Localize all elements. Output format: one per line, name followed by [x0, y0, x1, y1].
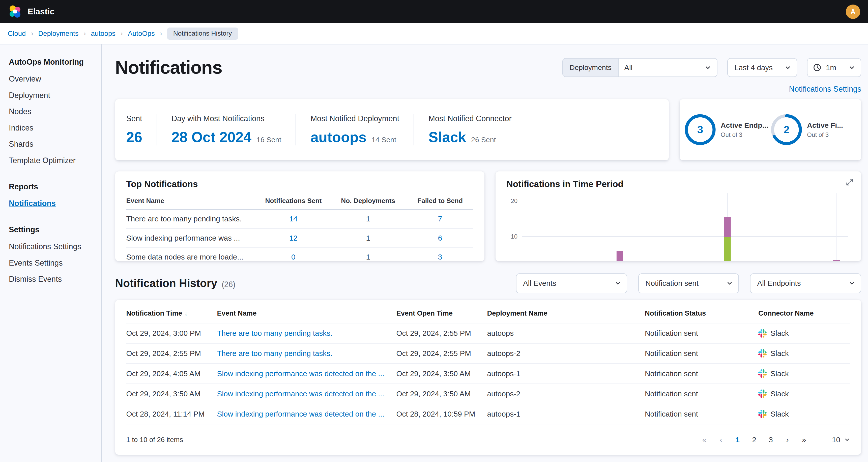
clock-icon [813, 63, 822, 72]
notification-time-cell: Oct 29, 2024, 3:00 PM [126, 323, 217, 343]
sidebar-item-dismiss-events[interactable]: Dismiss Events [9, 275, 96, 284]
sidebar: AutoOps Monitoring Overview Deployment N… [0, 45, 102, 462]
sidebar-item-nodes[interactable]: Nodes [9, 107, 96, 116]
history-title-text: Notification History [115, 277, 217, 290]
column-header-notification-time[interactable]: Notification Time↓ [126, 303, 217, 323]
failed-to-send-link[interactable]: 7 [438, 214, 442, 223]
elastic-logo-icon [8, 4, 22, 19]
first-page-button[interactable]: « [698, 432, 711, 447]
slack-icon [758, 410, 767, 418]
event-open-time-cell: Oct 29, 2024, 3:50 AM [396, 384, 487, 404]
events-filter-value: All Events [523, 279, 556, 288]
active-endpoints-ring: 3 Active Endp... Out of 3 [684, 114, 770, 146]
y-axis-tick: 10 [503, 233, 518, 240]
event-open-time-cell: Oct 29, 2024, 2:55 PM [396, 323, 487, 343]
connector-name-cell: Slack [770, 349, 788, 358]
deployment-name-cell: autoops-2 [487, 343, 645, 364]
event-name-link[interactable]: Slow indexing performance was detected o… [217, 389, 384, 398]
stat-value: 28 Oct 2024 [172, 129, 251, 145]
notification-status-cell: Notification sent [645, 384, 758, 404]
column-header-event-open-time: Event Open Time [396, 303, 487, 323]
deployment-name-cell: autoops [487, 323, 645, 343]
table-row: Slow indexing performance was ... 12 1 6 [126, 229, 473, 248]
event-name-link[interactable]: There are too many pending tasks. [217, 329, 332, 337]
page-title: Notifications [115, 55, 563, 80]
notifications-sent-link[interactable]: 12 [289, 234, 298, 242]
previous-page-button[interactable]: ‹ [714, 432, 728, 447]
column-header-notification-status: Notification Status [645, 303, 758, 323]
sidebar-item-indices[interactable]: Indices [9, 123, 96, 133]
page-button-2[interactable]: 2 [747, 432, 761, 447]
ring-label: Active Endp... [721, 121, 768, 129]
sidebar-item-notifications[interactable]: Notifications [9, 199, 96, 208]
event-name-link[interactable]: Slow indexing performance was detected o… [217, 369, 384, 378]
notification-time-cell: Oct 29, 2024, 2:55 PM [126, 343, 217, 364]
breadcrumb-deployments[interactable]: Deployments [38, 30, 79, 38]
ring-value: 2 [770, 114, 802, 146]
stat-most-notified-deployment: Most Notified Deployment autoops 14 Sent [296, 114, 413, 145]
event-open-time-cell: Oct 28, 2024, 10:59 PM [396, 404, 487, 424]
sidebar-item-deployment[interactable]: Deployment [9, 91, 96, 100]
auto-refresh-control[interactable]: 1m [807, 58, 861, 77]
status-filter-select[interactable]: Notification sent [638, 273, 739, 293]
event-name-link[interactable]: Slow indexing performance was detected o… [217, 410, 384, 418]
sidebar-item-notifications-settings[interactable]: Notifications Settings [9, 242, 96, 251]
deployments-count-cell: 1 [329, 248, 407, 261]
time-range-select[interactable]: Last 4 days [727, 58, 797, 77]
sort-descending-icon: ↓ [184, 310, 188, 317]
breadcrumb-autoops-app[interactable]: AutoOps [128, 30, 155, 38]
deployments-filter-label: Deployments [563, 59, 619, 77]
table-row: Some data nodes are more loade... 0 1 3 [126, 248, 473, 261]
notification-time-cell: Oct 29, 2024, 4:05 AM [126, 364, 217, 384]
notification-status-cell: Notification sent [645, 364, 758, 384]
refresh-interval-value: 1m [826, 63, 844, 72]
top-notifications-title: Top Notifications [126, 179, 473, 189]
stat-value: Slack [429, 129, 466, 145]
bar-segment-failed [724, 217, 731, 236]
breadcrumb-autoops[interactable]: autoops [91, 30, 116, 38]
failed-to-send-link[interactable]: 6 [438, 234, 442, 242]
expand-icon[interactable] [846, 178, 854, 188]
breadcrumb: Cloud › Deployments › autoops › AutoOps … [0, 23, 868, 44]
event-name-link[interactable]: There are too many pending tasks. [217, 349, 332, 357]
events-filter-select[interactable]: All Events [516, 273, 627, 293]
history-count: (26) [222, 280, 236, 289]
deployments-filter[interactable]: Deployments All [562, 58, 717, 77]
table-row: Oct 29, 2024, 3:00 PM There are too many… [126, 323, 850, 343]
rows-per-page-select[interactable]: 10 [832, 435, 850, 444]
sidebar-item-events-settings[interactable]: Events Settings [9, 259, 96, 268]
sidebar-item-template-optimizer[interactable]: Template Optimizer [9, 156, 96, 165]
stat-label: Day with Most Notifications [172, 114, 281, 123]
failed-to-send-link[interactable]: 3 [438, 253, 442, 261]
notifications-sent-link[interactable]: 14 [289, 214, 298, 223]
ring-sub: Out of 3 [721, 131, 768, 138]
user-avatar[interactable]: A [846, 4, 860, 19]
page-button-3[interactable]: 3 [764, 432, 778, 447]
deployment-name-cell: autoops-1 [487, 404, 645, 424]
notifications-settings-link[interactable]: Notifications Settings [789, 85, 862, 93]
main-content: Notifications Deployments All Last 4 day… [102, 45, 868, 462]
next-page-button[interactable]: › [780, 432, 794, 447]
breadcrumb-separator: › [160, 29, 162, 38]
endpoints-filter-select[interactable]: All Endpoints [750, 273, 861, 293]
table-row: There are too many pending tasks. 14 1 7 [126, 209, 473, 229]
brand: Elastic [8, 4, 55, 19]
notifications-sent-link[interactable]: 0 [291, 253, 295, 261]
slack-icon [758, 369, 767, 378]
page-button-1[interactable]: 1 [731, 432, 744, 447]
bar-segment-failed [617, 251, 623, 261]
stats-panel: Sent 26 Day with Most Notifications 28 O… [115, 99, 669, 160]
deployments-count-cell: 1 [329, 229, 407, 248]
breadcrumb-cloud[interactable]: Cloud [8, 30, 26, 38]
slack-icon [758, 349, 767, 357]
sidebar-item-shards[interactable]: Shards [9, 140, 96, 149]
breadcrumb-separator: › [84, 29, 86, 38]
status-filter-value: Notification sent [645, 279, 699, 288]
top-notifications-panel: Top Notifications Event Name Notificatio… [115, 171, 485, 261]
history-table-panel: Notification Time↓ Event Name Event Open… [115, 300, 862, 455]
sidebar-item-overview[interactable]: Overview [9, 75, 96, 84]
sidebar-heading-settings: Settings [9, 225, 96, 234]
chevron-down-icon [848, 280, 855, 287]
last-page-button[interactable]: » [797, 432, 811, 447]
table-row: Oct 29, 2024, 4:05 AM Slow indexing perf… [126, 364, 850, 384]
